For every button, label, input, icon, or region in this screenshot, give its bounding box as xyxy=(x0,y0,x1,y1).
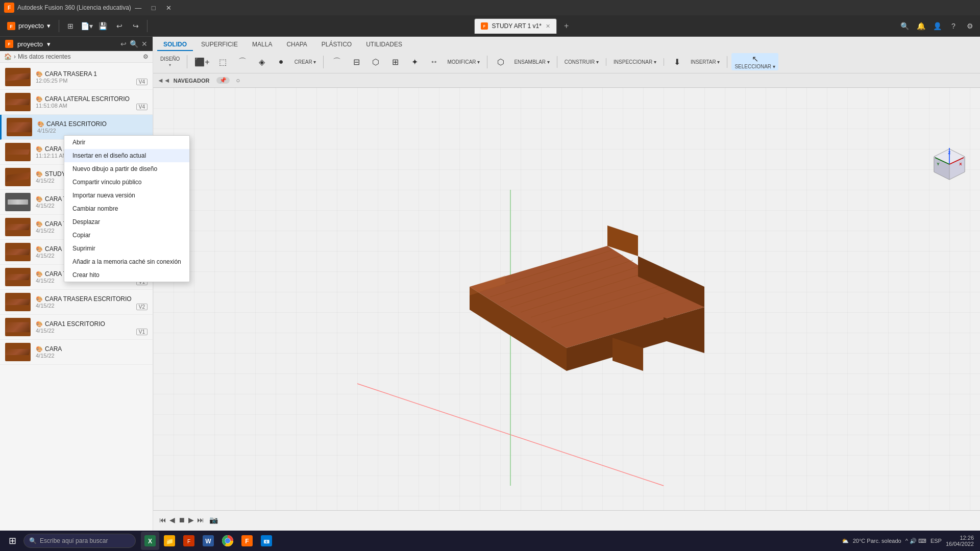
more-modificar[interactable]: MODIFICAR ▾ xyxy=(444,58,483,66)
playback-prev-button[interactable]: ◀ xyxy=(169,516,175,524)
help-search-button[interactable]: 🔍 xyxy=(897,19,912,33)
model-canvas[interactable]: Z X Y xyxy=(153,88,980,510)
taskbar-search[interactable]: 🔍 Escribe aquí para buscar xyxy=(23,534,136,548)
insert-tool[interactable]: ⬇ xyxy=(668,56,687,68)
ctx-copiar[interactable]: Copiar xyxy=(64,229,189,242)
more-inspeccionar[interactable]: INSPECCIONAR ▾ xyxy=(610,58,659,66)
sidebar-close-button[interactable]: ✕ xyxy=(141,40,148,48)
taskbar-sys: ⛅ 20°C Parc. soleado ^ 🔊 ⌨ ESP 12:26 16/… xyxy=(842,535,978,547)
playback-camera-button[interactable]: 📷 xyxy=(209,516,218,524)
scale-tool[interactable]: ⊞ xyxy=(386,56,404,68)
brand-menu[interactable]: F proyecto ▾ xyxy=(3,22,55,30)
list-item[interactable]: 🎨CARA TRASERA ESCRITORIO 4/15/22 V2 xyxy=(0,290,153,315)
item-name: 🎨CARA TRASERA ESCRITORIO xyxy=(36,295,148,303)
ctx-crear-hito[interactable]: Crear hito xyxy=(64,268,189,282)
ctx-cambiar-nombre[interactable]: Cambiar nombre xyxy=(64,202,189,215)
axis-cube[interactable]: Z X Y xyxy=(929,144,970,185)
list-item[interactable]: 🎨CARA1 ESCRITORIO 4/15/22 V1 xyxy=(0,315,153,340)
playback-next-button[interactable]: ⏭ xyxy=(197,516,204,524)
ctx-nuevo-dibujo[interactable]: Nuevo dibujo a partir de diseño xyxy=(64,162,189,176)
app-icon: F xyxy=(4,3,14,13)
active-tab[interactable]: F STUDY ART 1 v1* ✕ xyxy=(474,18,557,34)
more-crear[interactable]: CREAR ▾ xyxy=(291,58,320,66)
chamfer-tool[interactable]: ⊟ xyxy=(347,56,365,68)
taskbar-app-excel[interactable]: X xyxy=(141,532,159,550)
home-icon[interactable]: 🏠 xyxy=(4,53,12,60)
taskbar-app-fusion[interactable]: F xyxy=(238,532,256,550)
extrude-tool[interactable]: ⬛+ xyxy=(191,56,212,68)
tab-malla[interactable]: MALLA xyxy=(246,39,278,51)
tab-plastico[interactable]: PLÁSTICO xyxy=(315,39,358,51)
tab-chapa[interactable]: CHAPA xyxy=(280,39,313,51)
joint-tool[interactable]: ⬡ xyxy=(492,56,510,68)
maximize-button[interactable]: □ xyxy=(146,1,161,15)
taskbar-app-word[interactable]: W xyxy=(199,532,217,550)
file-menu-button[interactable]: 📄▾ xyxy=(80,19,94,33)
tab-utilidades[interactable]: UTILIDADES xyxy=(360,39,408,51)
nav-back-arrow[interactable]: ◄◄ xyxy=(157,77,170,84)
sweep-tool[interactable]: ⌒ xyxy=(233,56,252,68)
item-version: V4 xyxy=(136,104,148,110)
diseño-button[interactable]: DISEÑO ▾ xyxy=(157,55,183,68)
app-container: F proyecto ▾ ⊞ 📄▾ 💾 ↩ ↪ F STUDY ART 1 v1… xyxy=(0,15,980,551)
redo-button[interactable]: ↪ xyxy=(129,19,143,33)
sidebar-undo-button[interactable]: ↩ xyxy=(120,40,127,48)
fillet-tool[interactable]: ⌒ xyxy=(328,56,346,68)
move-tool[interactable]: ↔ xyxy=(425,56,443,67)
tab-superficie[interactable]: SUPERFICIE xyxy=(195,39,244,51)
loft-tool[interactable]: ◈ xyxy=(253,56,271,68)
item-name: 🎨CARA1 ESCRITORIO xyxy=(36,320,148,328)
grid-view-button[interactable]: ⊞ xyxy=(63,19,78,33)
taskbar-app-chrome[interactable] xyxy=(218,532,237,550)
ctx-insertar[interactable]: Insertar en el diseño actual xyxy=(64,149,189,162)
ctx-compartir[interactable]: Compartir vínculo público xyxy=(64,176,189,189)
more-insertar[interactable]: INSERTAR ▾ xyxy=(688,58,723,66)
list-item[interactable]: 🎨CARA LATERAL ESCRITORIO 11:51:08 AM V4 xyxy=(0,90,153,115)
more-construir[interactable]: CONSTRUIR ▾ xyxy=(561,58,602,66)
list-item[interactable]: 🎨CARA 4/15/22 xyxy=(0,340,153,365)
sidebar-search-button[interactable]: 🔍 xyxy=(130,40,138,48)
taskbar-app-explorer[interactable]: 📁 xyxy=(160,532,179,550)
item-thumbnail xyxy=(5,293,31,311)
settings-button[interactable]: ⚙ xyxy=(963,19,977,33)
minimize-button[interactable]: — xyxy=(131,1,145,15)
tab-solido[interactable]: SOLIDO xyxy=(157,39,193,51)
more-ensamblar[interactable]: ENSAMBLAR ▾ xyxy=(511,58,552,66)
item-thumbnail xyxy=(5,143,31,161)
tab-icon: F xyxy=(481,22,488,30)
ctx-suprimir[interactable]: Suprimir xyxy=(64,242,189,255)
ctx-importar[interactable]: Importar nueva versión xyxy=(64,189,189,202)
tab-close-icon[interactable]: ✕ xyxy=(546,23,550,30)
nav-pin-icon[interactable]: 📌 xyxy=(219,77,227,84)
tab-add-button[interactable]: + xyxy=(560,21,573,31)
playback-stop-button[interactable]: ⏹ xyxy=(178,516,185,524)
account-button[interactable]: 👤 xyxy=(930,19,944,33)
save-button[interactable]: 💾 xyxy=(96,19,110,33)
taskbar-app-app7[interactable]: 📧 xyxy=(257,532,276,550)
sidebar-settings-icon[interactable]: ⚙ xyxy=(143,53,149,60)
svg-text:F: F xyxy=(10,24,13,29)
sidebar-fusion-icon: F xyxy=(5,40,13,48)
tool-group-modificar: ⌒ ⊟ ⬡ ⊞ ✦ ↔ MODIFICAR ▾ xyxy=(328,56,487,68)
list-item[interactable]: 🎨CARA TRASERA 1 12:05:25 PM V4 xyxy=(0,65,153,90)
nav-close-button[interactable]: ○ xyxy=(236,77,240,84)
ctx-desplazar[interactable]: Desplazar xyxy=(64,215,189,229)
playback-play-button[interactable]: ▶ xyxy=(188,516,194,524)
notification-button[interactable]: 🔔 xyxy=(914,19,928,33)
shell-tool[interactable]: ⬡ xyxy=(366,56,385,68)
svg-text:F: F xyxy=(245,538,249,545)
ctx-cache[interactable]: Añadir a la memoria caché sin conexión xyxy=(64,255,189,268)
sphere-tool[interactable]: ● xyxy=(272,56,290,67)
playback-first-button[interactable]: ⏮ xyxy=(159,516,166,524)
undo-button[interactable]: ↩ xyxy=(112,19,127,33)
recent-label: Mis datos recientes xyxy=(18,53,70,60)
ctx-abrir[interactable]: Abrir xyxy=(64,136,189,149)
close-button[interactable]: ✕ xyxy=(162,1,176,15)
help-button[interactable]: ? xyxy=(946,19,961,33)
start-button[interactable]: ⊞ xyxy=(2,531,22,550)
select-tool[interactable]: ↖ SELECCIONAR ▾ xyxy=(731,53,778,70)
revolve-tool[interactable]: ⬚ xyxy=(214,56,232,68)
toolbar-sep-1 xyxy=(59,20,59,32)
combine-tool[interactable]: ✦ xyxy=(405,56,424,68)
taskbar-app-app3[interactable]: F xyxy=(180,532,198,550)
